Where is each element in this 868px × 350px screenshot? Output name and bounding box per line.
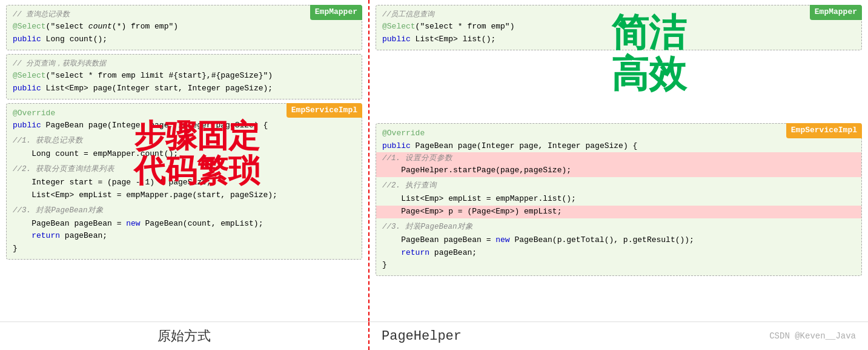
left-empmapper-block: EmpMapper // 查询总记录数 @Select("select coun… [6, 5, 362, 50]
left-inner-line3: List<Emp> empList = empMapper.page(start… [13, 189, 356, 202]
right-highlighted1: //1. 设置分页参数 PageHelper.startPage(page,pa… [376, 152, 861, 177]
left-inner-line4: PageBean pageBean = new PageBean(count, … [13, 218, 356, 231]
left-close-brace: } [13, 243, 356, 255]
right-empmapper-block: EmpMapper //员工信息查询 @Select("select * fro… [376, 5, 862, 50]
right-inner-line1: PageHelper.startPage(page,pageSize); [382, 164, 855, 177]
right-close-brace: } [382, 259, 855, 272]
left-method-sig: public PageBean page(Integer page, Integ… [13, 119, 356, 132]
right-inner-line5: return pageBean; [382, 247, 855, 260]
right-inner-comment1: //1. 设置分页参数 [382, 152, 855, 164]
right-code1-line2: public List<Emp> list(); [382, 33, 855, 46]
right-inner-comment2: //2. 执行查询 [382, 180, 855, 192]
footer: 原始方式 PageHelper CSDN @Keven__Java [0, 321, 868, 350]
main-content: EmpMapper // 查询总记录数 @Select("select coun… [0, 0, 868, 321]
left-badge-empserviceimpl: EmpServiceImpl [287, 103, 362, 118]
left-comment1: // 查询总记录数 [13, 9, 356, 21]
right-empserviceimpl-block: EmpServiceImpl @Override public PageBean… [376, 123, 862, 276]
left-select1: @Select("select count(*) from emp") [13, 21, 356, 33]
right-inner-line3: Page<Emp> p = (Page<Emp>) empList; [382, 206, 855, 218]
left-comment2: // 分页查询，获取列表数据 [13, 58, 356, 70]
left-select2: @Select("select * from emp limit #{start… [13, 70, 356, 82]
left-code2-line2: public List<Emp> page(Integer start, Int… [13, 82, 356, 95]
right-inner-comment3: //3. 封装PageBean对象 [382, 221, 855, 233]
left-empserviceimpl-block: EmpServiceImpl @Override public PageBean… [6, 103, 362, 260]
right-inner-line2: List<Emp> empList = empMapper.list(); [382, 193, 855, 206]
right-method-sig: public PageBean page(Integer page, Integ… [382, 140, 855, 153]
right-highlighted2: Page<Emp> p = (Page<Emp>) empList; [376, 206, 861, 218]
footer-right: PageHelper CSDN @Keven__Java [369, 322, 868, 350]
left-inner-comment3: //3. 封装PageBean对象 [13, 204, 356, 217]
left-page-query-block: // 分页查询，获取列表数据 @Select("select * from em… [6, 54, 362, 99]
right-badge-empserviceimpl: EmpServiceImpl [786, 123, 862, 138]
right-badge-empmapper: EmpMapper [810, 5, 862, 20]
right-comment1: //员工信息查询 [382, 9, 855, 21]
left-inner-line1: Long count = empMapper.count(); [13, 148, 356, 161]
right-select1: @Select("select * from emp") [382, 21, 855, 33]
footer-left-title: 原始方式 [0, 322, 369, 350]
right-inner-line4: PageBean pageBean = new PageBean(p.getTo… [382, 234, 855, 247]
left-badge-empmapper: EmpMapper [310, 5, 362, 20]
right-override: @Override [382, 127, 855, 140]
left-inner-comment2: //2. 获取分页查询结果列表 [13, 163, 356, 175]
left-panel: EmpMapper // 查询总记录数 @Select("select coun… [0, 0, 369, 321]
left-code1-line2: public Long count(); [13, 33, 356, 46]
footer-right-title: PageHelper [382, 329, 462, 344]
left-inner-line2: Integer start = (page - 1) * pageSize; [13, 177, 356, 189]
right-panel: 简洁 高效 EmpMapper //员工信息查询 @Select("select… [369, 0, 868, 321]
left-inner-line5: return pageBean; [13, 230, 356, 243]
left-inner-comment1: //1. 获取总记录数 [13, 135, 356, 147]
footer-watermark: CSDN @Keven__Java [769, 331, 856, 341]
right-big-line2: 高效 [611, 53, 686, 95]
